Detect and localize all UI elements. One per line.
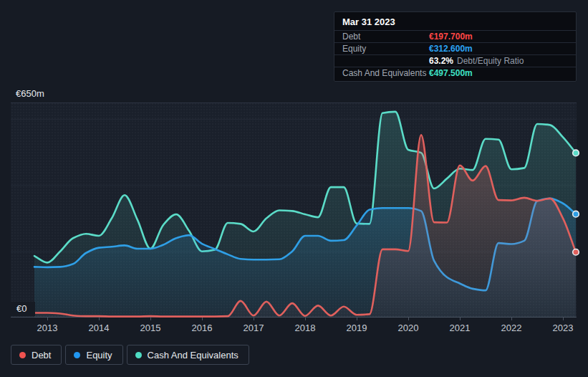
tooltip-cash-label: Cash And Equivalents: [342, 68, 429, 78]
x-tick-2017: [254, 318, 254, 320]
legend-cash-label: Cash And Equivalents: [148, 350, 238, 361]
tooltip-ratio-pct: 63.2%: [429, 56, 453, 66]
tooltip-ratio-label: Debt/Equity Ratio: [457, 56, 524, 66]
legend-debt-label: Debt: [32, 350, 51, 361]
tooltip-date: Mar 31 2023: [334, 12, 576, 30]
tooltip-row-ratio: 63.2% Debt/Equity Ratio: [334, 54, 576, 67]
equity-endpoint-dot: [573, 211, 579, 217]
tooltip-debt-value: €197.700m: [429, 32, 473, 42]
chart-panel: Mar 31 2023 Debt €197.700m Equity €312.6…: [0, 0, 588, 377]
tooltip-debt-label: Debt: [342, 32, 429, 42]
x-tick-2022: [511, 318, 512, 320]
y-axis-zero-label: €0: [11, 302, 35, 316]
x-tick-2013: [47, 318, 48, 320]
x-label-2016: 2016: [192, 323, 213, 333]
chart-tooltip: Mar 31 2023 Debt €197.700m Equity €312.6…: [334, 11, 577, 82]
legend-item-cash[interactable]: Cash And Equivalents: [127, 345, 249, 365]
x-label-2021: 2021: [450, 323, 471, 333]
legend-equity-label: Equity: [86, 350, 112, 361]
chart-legend: Debt Equity Cash And Equivalents: [11, 345, 249, 365]
x-label-2014: 2014: [89, 323, 110, 333]
y-axis-max-label: €650m: [16, 88, 44, 99]
debt-legend-dot-icon: [19, 352, 26, 358]
x-tick-2014: [99, 318, 100, 320]
x-label-2023: 2023: [553, 323, 574, 333]
x-tick-2020: [408, 318, 409, 320]
tooltip-equity-value: €312.600m: [429, 44, 473, 54]
tooltip-row-equity: Equity €312.600m: [334, 42, 576, 54]
x-tick-2019: [357, 318, 357, 320]
chart-svg: [11, 102, 577, 318]
x-tick-2016: [202, 318, 203, 320]
x-label-2015: 2015: [140, 323, 161, 333]
x-label-2017: 2017: [244, 323, 264, 333]
x-tick-2018: [305, 318, 306, 320]
plot-area[interactable]: [11, 102, 577, 318]
legend-item-equity[interactable]: Equity: [65, 345, 122, 365]
x-label-2020: 2020: [398, 323, 419, 333]
x-label-2013: 2013: [37, 323, 58, 333]
tooltip-cash-value: €497.500m: [429, 68, 473, 78]
x-label-2019: 2019: [347, 323, 367, 333]
tooltip-row-cash: Cash And Equivalents €497.500m: [334, 67, 576, 79]
x-label-2018: 2018: [295, 323, 316, 333]
x-tick-2023: [563, 318, 564, 320]
tooltip-equity-label: Equity: [342, 44, 429, 54]
cash-and-equivalents-endpoint-dot: [573, 150, 579, 156]
debt-endpoint-dot: [573, 249, 579, 255]
x-label-2022: 2022: [501, 323, 522, 333]
cash-legend-dot-icon: [135, 352, 142, 358]
legend-item-debt[interactable]: Debt: [11, 345, 62, 365]
tooltip-row-debt: Debt €197.700m: [334, 30, 576, 42]
x-tick-2021: [460, 318, 461, 320]
x-tick-2015: [150, 318, 151, 320]
equity-legend-dot-icon: [74, 352, 80, 358]
